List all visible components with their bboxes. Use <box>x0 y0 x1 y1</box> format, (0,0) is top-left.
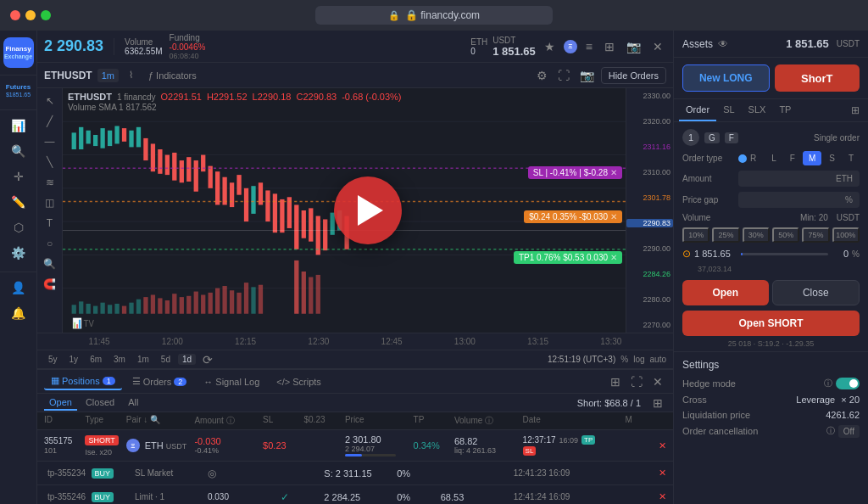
period-6m[interactable]: 6m <box>86 354 106 365</box>
filter-icon[interactable]: ⊞ <box>607 373 624 390</box>
entry-close-btn[interactable]: ✕ <box>610 212 617 221</box>
magnet-tool[interactable]: 🧲 <box>41 275 59 294</box>
order-type-L[interactable]: L <box>765 151 782 165</box>
tab-scripts[interactable]: </> Scripts <box>270 374 328 389</box>
pct-30[interactable]: 30% <box>743 227 770 243</box>
close-panel-icon[interactable]: ✕ <box>649 373 666 390</box>
close-button[interactable]: Close <box>772 280 860 305</box>
tab-scripts-icon: </> <box>276 377 290 387</box>
sidebar-item-nodes[interactable]: ⬡ <box>5 216 32 239</box>
zoom-tool[interactable]: 🔍 <box>41 255 59 273</box>
top-bar-right: ETH 0 USDT 1 851.65 ★ Ξ ≡ ⊞ 📷 ✕ <box>470 36 666 58</box>
radio-r[interactable] <box>738 154 747 163</box>
open-button[interactable]: Open <box>682 280 769 305</box>
tab-orders[interactable]: ☰ Orders 2 <box>125 373 194 389</box>
open-short-button[interactable]: Open SHORT <box>682 311 860 336</box>
layout-icon[interactable]: ⊞ <box>601 38 618 55</box>
period-1m[interactable]: 1m <box>133 354 153 365</box>
sidebar-item-notifications[interactable]: 🔔 <box>5 301 32 325</box>
sub-row-close-1[interactable]: ✕ <box>659 468 666 479</box>
fib-tool[interactable]: ≋ <box>41 173 59 192</box>
order-tab-sl[interactable]: SL <box>716 99 741 121</box>
fullscreen-icon[interactable]: ⛶ <box>554 67 573 84</box>
screenshot-icon[interactable]: 📷 <box>623 38 644 55</box>
svg-rect-38 <box>302 210 306 238</box>
video-play-overlay[interactable] <box>334 176 402 244</box>
url-bar[interactable]: 🔒 🔒 financdy.com <box>315 6 553 25</box>
short-button[interactable]: ShorT <box>775 64 860 92</box>
minimize-dot[interactable] <box>25 10 36 20</box>
order-settings-icon[interactable]: ⊞ <box>848 99 863 121</box>
sidebar-item-crosshair[interactable]: ✛ <box>5 165 32 188</box>
svg-rect-45 <box>72 305 76 313</box>
measure-tool[interactable]: ◫ <box>41 193 59 212</box>
hide-orders-button[interactable]: Hide Orders <box>601 67 666 84</box>
menu-icon[interactable]: ≡ <box>582 38 596 55</box>
sidebar-item-chart[interactable]: 📊 <box>5 114 32 137</box>
order-type-S[interactable]: S <box>823 151 841 165</box>
period-5d[interactable]: 5d <box>157 354 175 365</box>
price-gap-input[interactable]: % <box>738 192 860 208</box>
close-icon[interactable]: ✕ <box>649 38 666 55</box>
play-button[interactable] <box>334 176 402 244</box>
timeframe-1m[interactable]: 1m <box>97 69 119 82</box>
row-close-btn[interactable]: ✕ <box>659 440 666 451</box>
pct-100[interactable]: 100% <box>832 227 860 243</box>
slider-fill <box>741 253 743 255</box>
g-badge[interactable]: G <box>704 132 720 143</box>
order-type-M[interactable]: M <box>803 151 821 165</box>
order-tab-slx[interactable]: SLX <box>742 99 773 121</box>
tab-signal-log[interactable]: ↔ Signal Log <box>197 374 266 389</box>
logo-button[interactable]: Finansy Exchange <box>3 37 34 68</box>
slider-track[interactable] <box>741 253 828 255</box>
period-1d[interactable]: 1d <box>178 354 196 365</box>
tp-close-btn[interactable]: ✕ <box>610 253 617 262</box>
camera-icon[interactable]: 📷 <box>576 67 598 84</box>
f-badge[interactable]: F <box>725 132 738 143</box>
star-icon[interactable]: ★ <box>541 38 559 55</box>
hline-tool[interactable]: — <box>41 132 59 151</box>
amount-input[interactable]: ETH <box>738 171 860 187</box>
sub-tab-closed[interactable]: Closed <box>81 395 120 411</box>
close-dot[interactable] <box>10 10 20 20</box>
hedge-toggle[interactable] <box>836 378 860 389</box>
period-5y[interactable]: 5y <box>44 354 62 365</box>
sl-close-btn[interactable]: ✕ <box>610 168 617 177</box>
sub-tab-all[interactable]: All <box>123 395 143 411</box>
order-tab-order[interactable]: Order <box>679 99 716 121</box>
pct-75[interactable]: 75% <box>802 227 829 243</box>
column-settings-icon[interactable]: ⊞ <box>649 395 666 412</box>
shape-tool[interactable]: ○ <box>41 234 59 253</box>
maximize-dot[interactable] <box>41 10 51 20</box>
indicators-btn[interactable]: ƒ Indicators <box>143 69 202 82</box>
period-3m[interactable]: 3m <box>109 354 130 365</box>
replay-icon[interactable]: ⟳ <box>199 351 216 368</box>
hedge-toggle-control[interactable] <box>836 378 860 389</box>
chart-type-btn[interactable]: ⌇ <box>124 68 138 82</box>
sub-row-close-2[interactable]: ✕ <box>659 491 666 502</box>
eye-icon[interactable]: 👁 <box>718 38 728 50</box>
period-1y[interactable]: 1y <box>65 354 83 365</box>
sidebar-item-search[interactable]: 🔍 <box>5 139 32 163</box>
svg-rect-60 <box>180 297 184 314</box>
pct-25[interactable]: 25% <box>712 227 739 243</box>
sidebar-item-settings[interactable]: ⚙️ <box>5 241 32 265</box>
order-type-T[interactable]: T <box>843 151 860 165</box>
top-bar: 2 290.83 Volume 6362.55M Funding -0.0046… <box>37 31 673 63</box>
trend-tool[interactable]: ╲ <box>41 153 59 171</box>
sidebar-item-futures[interactable]: Futures $1851.65 <box>5 79 32 103</box>
sub-tab-open[interactable]: Open <box>44 395 77 411</box>
tab-positions[interactable]: ▦ Positions 1 <box>44 372 122 390</box>
pct-50[interactable]: 50% <box>772 227 799 243</box>
new-long-button[interactable]: New LONG <box>682 64 770 92</box>
order-type-F[interactable]: F <box>784 151 801 165</box>
expand-icon[interactable]: ⛶ <box>627 373 646 390</box>
line-tool[interactable]: ╱ <box>41 112 59 131</box>
cursor-tool[interactable]: ↖ <box>41 92 59 110</box>
order-tab-tp[interactable]: TP <box>772 99 798 121</box>
text-tool[interactable]: T <box>41 214 59 232</box>
settings-gear-icon[interactable]: ⚙ <box>533 67 551 84</box>
sidebar-item-draw[interactable]: ✏️ <box>5 190 32 214</box>
sidebar-item-account[interactable]: 👤 <box>5 276 32 300</box>
pct-10[interactable]: 10% <box>682 227 709 243</box>
